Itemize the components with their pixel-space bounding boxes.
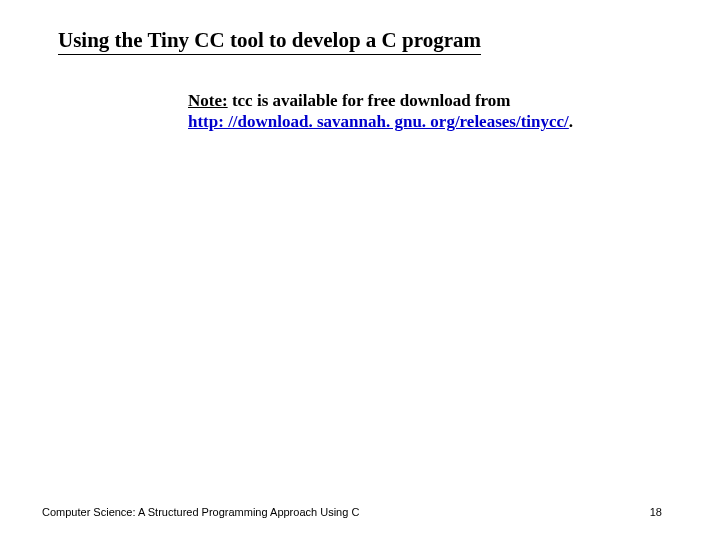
footer-text: Computer Science: A Structured Programmi…: [42, 506, 359, 518]
slide-title: Using the Tiny CC tool to develop a C pr…: [58, 28, 481, 55]
note-label: Note:: [188, 91, 228, 110]
note-period: .: [569, 112, 573, 131]
page-number: 18: [650, 506, 662, 518]
download-link[interactable]: http: //download. savannah. gnu. org/rel…: [188, 112, 569, 131]
note-text: tcc is available for free download from: [228, 91, 511, 110]
slide: Using the Tiny CC tool to develop a C pr…: [0, 0, 720, 540]
note-block: Note: tcc is available for free download…: [188, 90, 573, 133]
